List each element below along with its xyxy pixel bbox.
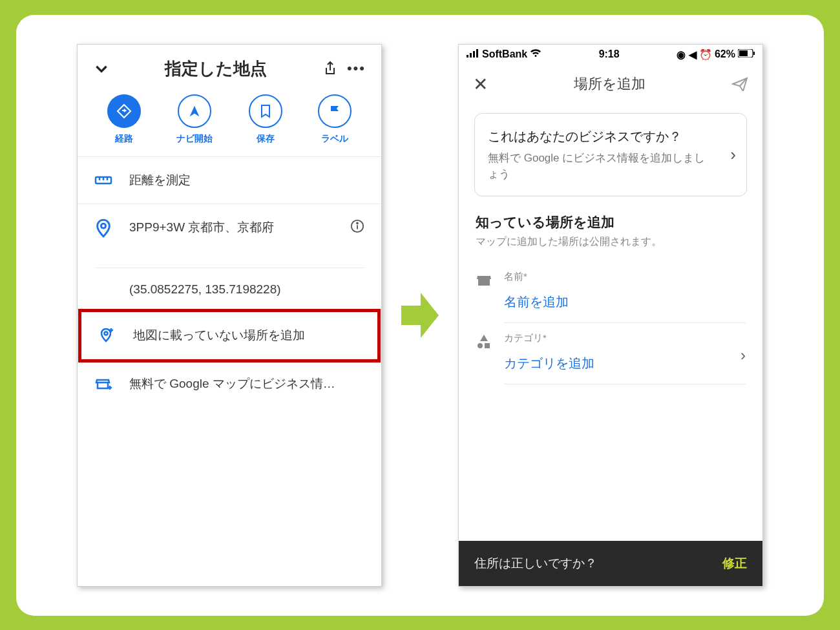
signal-icon (467, 48, 479, 60)
snackbar-action[interactable]: 修正 (722, 555, 747, 572)
svg-rect-19 (739, 50, 748, 56)
section-title: 知っている場所を追加 (459, 213, 762, 231)
tutorial-canvas: 指定した地点 ••• 経路 ナビ開始 (16, 15, 824, 616)
svg-rect-14 (467, 55, 468, 58)
snackbar: 住所は正しいですか？ 修正 (459, 541, 762, 586)
status-bar: SoftBank 9:18 ◉ ◀ ⏰ 62% (459, 45, 762, 65)
svg-point-24 (478, 343, 483, 348)
business-card[interactable]: これはあなたのビジネスですか？ 無料で Google にビジネス情報を追加しまし… (474, 113, 747, 196)
nav-button[interactable]: ナビ開始 (176, 94, 213, 145)
category-placeholder: カテゴリを追加 (504, 355, 746, 372)
storefront-icon (476, 272, 492, 289)
save-button[interactable]: 保存 (249, 94, 282, 145)
name-field[interactable]: 名前* 名前を追加 (459, 262, 762, 323)
nav-label: ナビ開始 (176, 133, 213, 145)
svg-marker-23 (480, 335, 488, 341)
route-button[interactable]: 経路 (107, 94, 141, 145)
name-placeholder: 名前を追加 (504, 293, 746, 311)
add-place-icon (98, 326, 116, 344)
business-row[interactable]: 無料で Google マップにビジネス情… (78, 361, 381, 407)
chevron-right-icon: › (740, 346, 746, 364)
share-icon[interactable] (322, 60, 338, 77)
route-label: 経路 (115, 133, 133, 145)
phone-left: 指定した地点 ••• 経路 ナビ開始 (77, 44, 382, 587)
measure-row[interactable]: 距離を測定 (78, 157, 381, 204)
svg-point-9 (105, 331, 108, 335)
chevron-right-icon: › (730, 145, 736, 165)
status-icons: ◉ ◀ ⏰ (677, 48, 712, 61)
battery-icon (738, 48, 755, 60)
info-icon[interactable] (350, 219, 364, 236)
flow-arrow-icon (401, 289, 439, 341)
collapse-icon[interactable] (93, 60, 110, 77)
pluscode-text: 3PP9+3W 京都市、京都府 (129, 219, 333, 236)
coordinates-text: (35.0852275, 135.7198228) (94, 268, 364, 297)
add-place-row[interactable]: 地図に載っていない場所を追加 (81, 312, 377, 359)
send-icon[interactable] (731, 77, 748, 91)
phone-right: SoftBank 9:18 ◉ ◀ ⏰ 62% ✕ 場所を追加 これはあ (458, 44, 763, 587)
close-icon[interactable]: ✕ (473, 74, 488, 95)
svg-point-5 (101, 224, 105, 228)
label-label: ラベル (321, 133, 348, 145)
measure-label: 距離を測定 (129, 172, 364, 189)
svg-rect-16 (473, 51, 475, 58)
directions-icon (107, 94, 141, 128)
action-row: 経路 ナビ開始 保存 ラベル (78, 88, 381, 157)
battery-label: 62% (715, 48, 735, 60)
save-label: 保存 (257, 133, 275, 145)
place-title: 指定した地点 (119, 58, 313, 80)
clock-label: 9:18 (599, 48, 620, 60)
bookmark-icon (249, 94, 282, 128)
svg-point-8 (357, 222, 358, 224)
name-label: 名前* (504, 271, 746, 283)
store-icon (94, 375, 112, 393)
label-button[interactable]: ラベル (318, 94, 352, 145)
business-card-sub: 無料で Google にビジネス情報を追加しましょう (488, 150, 714, 183)
business-label: 無料で Google マップにビジネス情… (129, 375, 364, 392)
category-field[interactable]: カテゴリ* カテゴリを追加 › (459, 323, 762, 384)
svg-rect-15 (470, 53, 472, 58)
flag-icon (318, 94, 352, 128)
category-label: カテゴリ* (504, 332, 746, 344)
wifi-icon (530, 48, 541, 60)
pin-icon (94, 218, 112, 236)
business-card-title: これはあなたのビジネスですか？ (488, 127, 714, 146)
svg-rect-20 (753, 52, 755, 55)
section-subtitle: マップに追加した場所は公開されます。 (459, 231, 762, 262)
navigate-icon (178, 94, 211, 128)
add-place-title: 場所を追加 (488, 74, 731, 94)
ruler-icon (94, 171, 112, 189)
more-icon[interactable]: ••• (347, 60, 366, 77)
address-row[interactable]: 3PP9+3W 京都市、京都府 (35.0852275, 135.7198228… (78, 204, 381, 311)
svg-rect-17 (476, 49, 478, 58)
snackbar-text: 住所は正しいですか？ (474, 555, 597, 572)
place-header: 指定した地点 ••• (78, 45, 381, 88)
svg-rect-22 (478, 279, 490, 280)
carrier-label: SoftBank (482, 48, 527, 60)
category-icon (476, 333, 492, 350)
add-place-label: 地図に載っていない場所を追加 (133, 327, 361, 344)
svg-rect-25 (485, 343, 490, 348)
highlight-annotation: 地図に載っていない場所を追加 (78, 309, 381, 362)
add-place-header: ✕ 場所を追加 (459, 65, 762, 108)
